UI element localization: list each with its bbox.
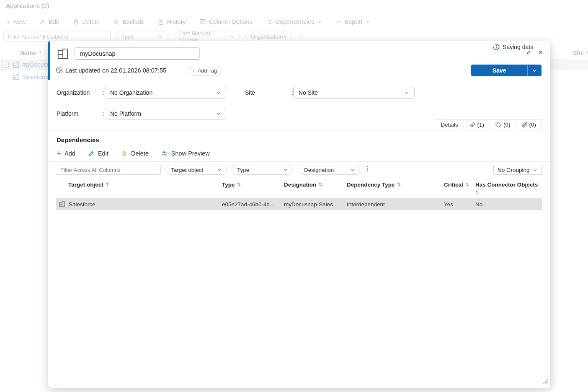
header-target-object-label: Target object [68,182,103,188]
tab-details[interactable]: Details [435,119,464,130]
organization-filter-pill[interactable]: Organization [245,31,292,42]
main-filter-bar: Type Last Manual Change Organization ⋮ [3,31,304,42]
grouping-value: No Grouping [498,167,530,173]
grouping-select[interactable]: No Grouping [493,165,542,175]
main-filter-input[interactable] [3,31,111,42]
header-has-connector-label: Has Connector Objects [475,182,538,188]
last-manual-change-filter-pill[interactable]: Last Manual Change [174,31,240,42]
page-title: Applications (2) [6,2,49,9]
new-button[interactable]: + New [6,18,26,26]
export-menu-button[interactable]: Export [335,18,370,25]
dependencies-table: Target object ↑ Type ⇅ Designation ⇅ Dep… [56,179,542,210]
more-filters-icon[interactable]: ⋮ [364,166,371,172]
dependency-edit-label: Edit [98,150,108,157]
close-icon[interactable]: ✕ [538,49,543,56]
delete-button[interactable]: Delete [72,18,100,25]
dependency-edit-button[interactable]: Edit [88,150,108,157]
tab-tags[interactable]: (0) [490,119,516,130]
trash-icon [121,150,128,157]
header-target-object[interactable]: Target object ↑ [56,179,222,198]
pencil-icon [39,18,46,25]
application-name-link[interactable]: Salesforce [22,74,50,80]
site-column-header[interactable]: Site ⇅ [573,49,588,56]
delete-button-label: Delete [82,18,100,25]
toolbar-divider [48,161,550,162]
row-checkbox-checked[interactable]: ✓ [3,62,9,68]
more-filters-icon[interactable]: ⋮ [298,34,304,40]
dependencies-table-header: Target object ↑ Type ⇅ Designation ⇅ Dep… [56,179,542,198]
dependency-target-cell: Salesforce [56,201,222,208]
add-tag-button[interactable]: + Add Tag [188,66,222,75]
chevron-down-icon [405,91,409,95]
add-tag-label: Add Tag [198,68,217,74]
target-object-filter-label: Target object [171,167,203,173]
type-filter-pill[interactable]: Type [232,165,293,175]
dependency-critical-value: Yes [444,201,475,208]
dependency-add-button[interactable]: + Add [57,149,75,157]
calendar-clock-icon [56,67,63,74]
tag-icon [495,122,502,128]
accent-stripe [48,41,50,80]
section-divider [48,130,550,130]
expand-icon[interactable] [526,49,532,56]
plus-icon: + [6,18,10,26]
header-type[interactable]: Type ⇅ [222,179,284,198]
column-options-button[interactable]: Column Options [199,18,253,25]
history-icon [158,18,164,25]
exclude-button[interactable]: Exclude [113,18,144,25]
save-split-button[interactable]: Save [471,65,542,76]
designation-filter-label: Designation [304,167,334,173]
chevron-down-icon [283,168,288,172]
application-name-input[interactable] [75,47,200,60]
save-options-dropdown[interactable] [527,65,542,76]
edit-button[interactable]: Edit [39,18,59,25]
header-designation[interactable]: Designation ⇅ [284,179,347,198]
columns-icon [199,18,206,25]
trash-icon [72,18,79,25]
header-dependency-type[interactable]: Dependency Type ⇅ [347,179,444,198]
dependency-add-label: Add [64,150,75,157]
chevron-down-icon [216,91,221,95]
save-button[interactable]: Save [471,65,527,76]
tab-attachments[interactable]: (0) [516,119,542,130]
platform-select[interactable]: No Platform [105,108,226,119]
dependency-delete-button[interactable]: Delete [121,150,149,157]
dependencies-menu-button[interactable]: Dependencies [266,18,322,25]
header-critical[interactable]: Critical ⇅ [444,179,475,198]
new-button-label: New [13,18,26,25]
tab-relations-count: (1) [477,122,485,128]
chevron-down-icon [533,168,537,172]
dependency-delete-label: Delete [131,150,149,157]
name-column-label: Name [20,49,36,56]
app-screen: Applications (2) + New Edit Delete Exclu… [0,0,588,392]
dependency-has-connector-value: No [475,201,542,208]
dependency-designation-value: myDocusnap-Sales... [284,201,347,208]
sort-both-icon: ⇅ [465,182,469,187]
chevron-down-icon [230,34,235,39]
header-has-connector-objects[interactable]: Has Connector Objects ⇅ [475,179,542,198]
designation-filter-pill[interactable]: Designation [299,165,360,175]
platform-value: No Platform [110,110,141,117]
history-button[interactable]: History [158,18,186,25]
site-select[interactable]: No Site [293,87,415,99]
header-critical-label: Critical [444,182,463,188]
application-icon [59,201,65,208]
show-preview-button[interactable]: Show Preview [161,150,210,157]
application-icon [13,61,20,68]
name-column-header[interactable]: Name ↑ [20,49,42,56]
resize-handle[interactable] [542,378,548,386]
organization-select[interactable]: No Organization [105,87,226,99]
site-value: No Site [299,89,318,96]
dependency-row[interactable]: Salesforce e05e27ad-46b0-4d... myDocusna… [56,198,542,210]
dependencies-filter-input[interactable] [56,165,161,175]
chevron-down-icon [365,20,370,24]
target-object-filter-pill[interactable]: Target object [165,165,227,175]
type-filter-pill[interactable]: Type [116,31,168,42]
tab-relations[interactable]: (1) [464,119,490,130]
header-type-label: Type [222,182,235,188]
plus-icon: + [57,149,61,157]
export-menu-label: Export [345,18,362,25]
dependencies-menu-label: Dependencies [276,18,315,25]
detail-tabs: Details (1) (0) (0) [435,119,542,130]
header-designation-label: Designation [284,182,316,188]
